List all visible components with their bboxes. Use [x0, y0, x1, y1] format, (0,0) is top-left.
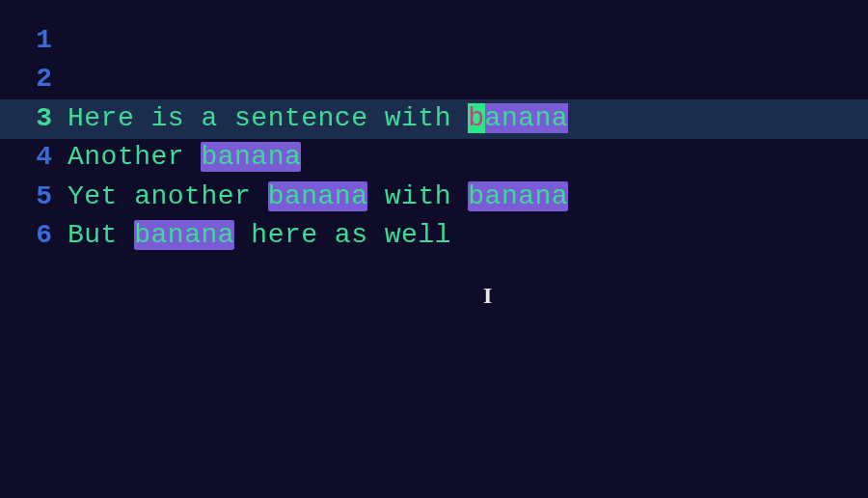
line-number: 1 [0, 21, 68, 61]
text-segment: Another [68, 142, 201, 172]
editor-line[interactable]: 3Here is a sentence with banana [0, 99, 868, 139]
editor-line[interactable]: 5Yet another banana with banana [0, 178, 868, 217]
editor-line[interactable]: 6But banana here as well [0, 217, 868, 257]
code-editor[interactable]: 123Here is a sentence with banana4Anothe… [0, 21, 868, 256]
editor-line[interactable]: 4Another banana [0, 139, 868, 179]
line-number: 2 [0, 60, 68, 99]
line-number: 6 [0, 216, 68, 256]
text-segment: Yet another [68, 181, 268, 211]
line-number: 4 [0, 138, 68, 178]
text-segment: here as well [234, 220, 451, 250]
search-highlight: banana [468, 181, 568, 211]
line-content[interactable]: But banana here as well [68, 216, 451, 256]
line-content[interactable]: Here is a sentence with banana [68, 99, 568, 139]
search-highlight: anana [485, 103, 569, 133]
text-segment: Here is a sentence with [68, 103, 468, 133]
text-segment: with [367, 181, 468, 211]
editor-line[interactable]: 2 [0, 61, 868, 100]
search-highlight: banana [268, 181, 368, 211]
line-number: 5 [0, 178, 68, 217]
line-number: 3 [0, 99, 68, 139]
text-segment: But [68, 220, 134, 250]
text-cursor-icon: I [483, 279, 492, 313]
editor-line[interactable]: 1 [0, 21, 868, 61]
cursor-char: b [468, 103, 484, 133]
search-highlight: banana [201, 142, 301, 172]
line-content[interactable]: Yet another banana with banana [68, 178, 568, 217]
line-content[interactable]: Another banana [68, 138, 301, 178]
search-highlight: banana [134, 220, 234, 250]
